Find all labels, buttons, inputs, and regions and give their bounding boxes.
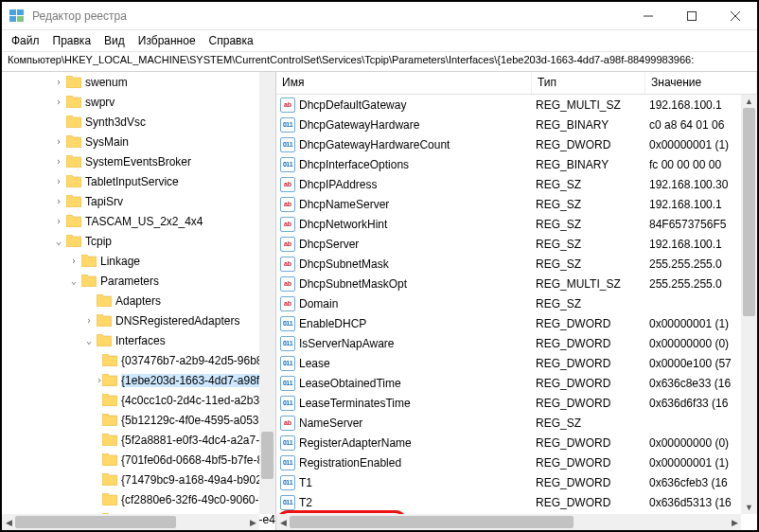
value-row[interactable]: 011T2REG_DWORD0x636d5313 (16 <box>276 492 757 512</box>
value-type: REG_DWORD <box>536 377 649 390</box>
tree-item[interactable]: ›TapiSrv <box>2 191 275 211</box>
value-type: REG_SZ <box>536 297 649 310</box>
string-value-icon: ab <box>280 197 295 212</box>
maximize-button[interactable] <box>670 3 714 29</box>
tree-item[interactable]: ·{cf2880e6-32f6-49c0-9060-fb9a4 <box>2 489 275 509</box>
value-row[interactable]: 011IsServerNapAwareREG_DWORD0x00000000 (… <box>276 333 757 353</box>
tree-item[interactable]: ·{5f2a8881-e0f3-4dc4-a2a7-d03df <box>2 430 275 450</box>
value-row[interactable]: 011LeaseObtainedTimeREG_DWORD0x636c8e33 … <box>276 373 757 393</box>
collapse-icon[interactable]: ⌄ <box>81 335 97 346</box>
binary-value-icon: 011 <box>280 117 295 133</box>
folder-icon <box>66 175 81 187</box>
expand-icon[interactable]: › <box>51 77 66 87</box>
tree-item-label: {4c0cc1c0-2d4c-11ed-a2b3-806e <box>121 394 275 407</box>
binary-value-icon: 011 <box>280 376 295 391</box>
list-scrollbar-vertical[interactable]: ▲ ▼ <box>741 95 757 514</box>
tree-item[interactable]: ›SystemEventsBroker <box>2 151 275 171</box>
tree-pane: ›swenum›swprv·Synth3dVsc›SysMain›SystemE… <box>2 72 276 530</box>
tree-scrollbar-horizontal[interactable]: ◀ ▶ <box>2 514 259 530</box>
expand-icon[interactable]: › <box>51 136 66 147</box>
scroll-right-icon[interactable]: ▶ <box>728 514 741 530</box>
tree-item[interactable]: ›TASCAM_US_2x2_4x4 <box>2 211 275 231</box>
scroll-right-icon[interactable]: ▶ <box>246 514 259 530</box>
tree-item[interactable]: ·{5b12129c-4f0e-4595-a053-eef27 <box>2 410 275 430</box>
menu-favorites[interactable]: Избранное <box>138 34 196 47</box>
collapse-icon[interactable]: ⌄ <box>51 236 66 246</box>
tree-item[interactable]: ›swprv <box>2 92 275 112</box>
tree-item[interactable]: ›swenum <box>2 72 275 92</box>
folder-icon <box>102 434 117 446</box>
binary-value-icon: 011 <box>280 356 295 371</box>
value-row[interactable]: 011DhcpInterfaceOptionsREG_BINARYfc 00 0… <box>276 154 757 174</box>
value-row[interactable]: abNameServerREG_SZ <box>276 413 757 433</box>
tree-item-label: {5f2a8881-e0f3-4dc4-a2a7-d03df <box>121 434 275 447</box>
value-row[interactable]: abDomainREG_SZ <box>276 293 757 313</box>
value-row[interactable]: abDhcpSubnetMaskOptREG_MULTI_SZ255.255.2… <box>276 274 757 293</box>
list-scrollbar-horizontal[interactable]: ◀ ▶ <box>276 514 741 530</box>
tree-item[interactable]: ·Adapters <box>2 291 275 310</box>
value-row[interactable]: abDhcpNameServerREG_SZ192.168.100.1 <box>276 194 757 214</box>
close-button[interactable] <box>714 3 757 29</box>
binary-value-icon: 011 <box>280 495 295 510</box>
tree-item[interactable]: ·{037476b7-a2b9-42d5-96b8-6c2a <box>2 350 275 370</box>
expand-icon[interactable]: › <box>66 256 81 266</box>
value-row[interactable]: 011LeaseREG_DWORD0x0000e100 (57 <box>276 353 757 373</box>
folder-icon <box>102 354 117 366</box>
expand-icon[interactable]: › <box>51 156 66 167</box>
folder-icon <box>102 414 117 426</box>
scroll-down-icon[interactable]: ▼ <box>741 501 757 514</box>
value-row[interactable]: abDhcpSubnetMaskREG_SZ255.255.255.0 <box>276 254 757 274</box>
tree-item[interactable]: ›TabletInputService <box>2 171 275 191</box>
expand-icon[interactable]: › <box>51 216 66 226</box>
scroll-left-icon[interactable]: ◀ <box>2 514 15 530</box>
menu-view[interactable]: Вид <box>104 34 125 47</box>
tree-scrollbar-vertical[interactable] <box>259 72 275 514</box>
address-bar[interactable]: Компьютер\HKEY_LOCAL_MACHINE\SYSTEM\Curr… <box>2 51 757 72</box>
folder-icon <box>102 473 117 486</box>
string-value-icon: ab <box>280 98 295 113</box>
tree-item[interactable]: ·{71479bc9-a168-49a4-b902-c952 <box>2 470 275 489</box>
scroll-left-icon[interactable]: ◀ <box>276 514 290 530</box>
value-row[interactable]: 011RegisterAdapterNameREG_DWORD0x0000000… <box>276 433 757 452</box>
expand-icon[interactable]: › <box>81 315 97 326</box>
menu-file[interactable]: Файл <box>11 34 40 47</box>
value-row[interactable]: 011RegistrationEnabledREG_DWORD0x0000000… <box>276 452 757 472</box>
value-name: DhcpIPAddress <box>299 178 536 191</box>
value-row[interactable]: 011DhcpGatewayHardwareREG_BINARYc0 a8 64… <box>276 115 757 134</box>
value-row[interactable]: abDhcpIPAddressREG_SZ192.168.100.30 <box>276 174 757 194</box>
value-row[interactable]: 011T1REG_DWORD0x636cfeb3 (16 <box>276 472 757 492</box>
folder-icon <box>102 374 117 386</box>
scroll-up-icon[interactable]: ▲ <box>741 95 757 108</box>
tree-item-label: Linkage <box>100 255 140 268</box>
value-row[interactable]: abDhcpNetworkHintREG_SZ84F6573756F5 <box>276 214 757 234</box>
tree-item[interactable]: ·Synth3dVsc <box>2 112 275 132</box>
menu-edit[interactable]: Правка <box>53 34 92 47</box>
value-name: EnableDHCP <box>299 317 536 330</box>
value-row[interactable]: abDhcpDefaultGatewayREG_MULTI_SZ192.168.… <box>276 95 757 115</box>
tree-item[interactable]: ⌄Interfaces <box>2 330 275 350</box>
col-type[interactable]: Тип <box>532 72 645 94</box>
col-name[interactable]: Имя <box>276 72 532 94</box>
menu-help[interactable]: Справка <box>209 34 254 47</box>
tree-item[interactable]: ·{4c0cc1c0-2d4c-11ed-a2b3-806e <box>2 390 275 410</box>
string-value-icon: ab <box>280 257 295 272</box>
value-name: NameServer <box>299 417 536 430</box>
value-row[interactable]: 011EnableDHCPREG_DWORD0x00000001 (1) <box>276 313 757 333</box>
collapse-icon[interactable]: ⌄ <box>66 275 81 286</box>
tree-item[interactable]: ⌄Tcpip <box>2 231 275 251</box>
col-value[interactable]: Значение <box>645 72 757 94</box>
expand-icon[interactable]: › <box>51 196 66 206</box>
tree-item[interactable]: ⌄Parameters <box>2 271 275 291</box>
value-row[interactable]: abDhcpServerREG_SZ192.168.100.1 <box>276 234 757 254</box>
expand-icon[interactable]: › <box>51 176 66 186</box>
folder-icon <box>66 155 81 168</box>
tree-item[interactable]: ›DNSRegisteredAdapters <box>2 310 275 330</box>
expand-icon[interactable]: › <box>51 97 66 107</box>
tree-item[interactable]: ›SysMain <box>2 132 275 151</box>
minimize-button[interactable] <box>627 3 670 29</box>
tree-item[interactable]: ›{1ebe203d-1663-4dd7-a98f-8849 <box>2 370 275 390</box>
tree-item[interactable]: ·{701fe06d-0668-4bf5-b7fe-800a <box>2 450 275 470</box>
value-row[interactable]: 011DhcpGatewayHardwareCountREG_DWORD0x00… <box>276 134 757 154</box>
tree-item[interactable]: ›Linkage <box>2 251 275 271</box>
value-row[interactable]: 011LeaseTerminatesTimeREG_DWORD0x636d6f3… <box>276 393 757 413</box>
